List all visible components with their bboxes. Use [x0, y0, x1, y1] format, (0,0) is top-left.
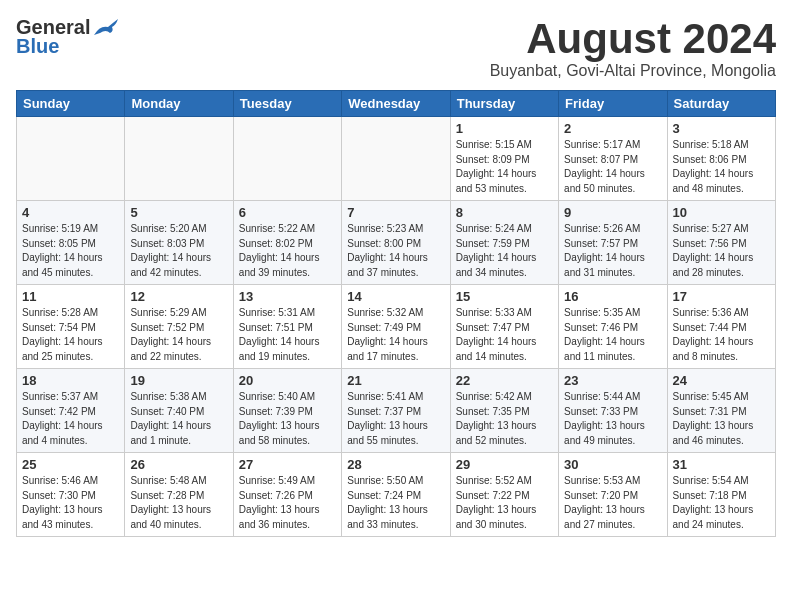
logo: General Blue — [16, 16, 120, 58]
calendar-cell — [233, 117, 341, 201]
calendar-table: SundayMondayTuesdayWednesdayThursdayFrid… — [16, 90, 776, 537]
calendar-cell: 31Sunrise: 5:54 AM Sunset: 7:18 PM Dayli… — [667, 453, 775, 537]
day-number: 19 — [130, 373, 227, 388]
location-title: Buyanbat, Govi-Altai Province, Mongolia — [490, 62, 776, 80]
day-info: Sunrise: 5:31 AM Sunset: 7:51 PM Dayligh… — [239, 306, 336, 364]
calendar-cell — [17, 117, 125, 201]
calendar-cell: 17Sunrise: 5:36 AM Sunset: 7:44 PM Dayli… — [667, 285, 775, 369]
logo-bird-icon — [92, 17, 120, 39]
calendar-cell: 30Sunrise: 5:53 AM Sunset: 7:20 PM Dayli… — [559, 453, 667, 537]
day-number: 7 — [347, 205, 444, 220]
calendar-cell: 9Sunrise: 5:26 AM Sunset: 7:57 PM Daylig… — [559, 201, 667, 285]
calendar-cell: 4Sunrise: 5:19 AM Sunset: 8:05 PM Daylig… — [17, 201, 125, 285]
calendar-cell: 19Sunrise: 5:38 AM Sunset: 7:40 PM Dayli… — [125, 369, 233, 453]
day-info: Sunrise: 5:27 AM Sunset: 7:56 PM Dayligh… — [673, 222, 770, 280]
day-info: Sunrise: 5:35 AM Sunset: 7:46 PM Dayligh… — [564, 306, 661, 364]
calendar-cell: 21Sunrise: 5:41 AM Sunset: 7:37 PM Dayli… — [342, 369, 450, 453]
calendar-cell: 15Sunrise: 5:33 AM Sunset: 7:47 PM Dayli… — [450, 285, 558, 369]
calendar-cell: 25Sunrise: 5:46 AM Sunset: 7:30 PM Dayli… — [17, 453, 125, 537]
calendar-cell — [125, 117, 233, 201]
day-info: Sunrise: 5:26 AM Sunset: 7:57 PM Dayligh… — [564, 222, 661, 280]
day-info: Sunrise: 5:28 AM Sunset: 7:54 PM Dayligh… — [22, 306, 119, 364]
calendar-cell: 5Sunrise: 5:20 AM Sunset: 8:03 PM Daylig… — [125, 201, 233, 285]
column-header-sunday: Sunday — [17, 91, 125, 117]
day-info: Sunrise: 5:32 AM Sunset: 7:49 PM Dayligh… — [347, 306, 444, 364]
calendar-cell: 3Sunrise: 5:18 AM Sunset: 8:06 PM Daylig… — [667, 117, 775, 201]
calendar-cell: 27Sunrise: 5:49 AM Sunset: 7:26 PM Dayli… — [233, 453, 341, 537]
calendar-cell: 20Sunrise: 5:40 AM Sunset: 7:39 PM Dayli… — [233, 369, 341, 453]
day-number: 24 — [673, 373, 770, 388]
day-number: 9 — [564, 205, 661, 220]
title-block: August 2024 Buyanbat, Govi-Altai Provinc… — [490, 16, 776, 80]
day-info: Sunrise: 5:20 AM Sunset: 8:03 PM Dayligh… — [130, 222, 227, 280]
day-number: 10 — [673, 205, 770, 220]
day-info: Sunrise: 5:54 AM Sunset: 7:18 PM Dayligh… — [673, 474, 770, 532]
calendar-cell: 6Sunrise: 5:22 AM Sunset: 8:02 PM Daylig… — [233, 201, 341, 285]
day-info: Sunrise: 5:23 AM Sunset: 8:00 PM Dayligh… — [347, 222, 444, 280]
calendar-week-5: 25Sunrise: 5:46 AM Sunset: 7:30 PM Dayli… — [17, 453, 776, 537]
day-number: 22 — [456, 373, 553, 388]
day-info: Sunrise: 5:40 AM Sunset: 7:39 PM Dayligh… — [239, 390, 336, 448]
calendar-cell: 26Sunrise: 5:48 AM Sunset: 7:28 PM Dayli… — [125, 453, 233, 537]
calendar-week-4: 18Sunrise: 5:37 AM Sunset: 7:42 PM Dayli… — [17, 369, 776, 453]
calendar-cell: 28Sunrise: 5:50 AM Sunset: 7:24 PM Dayli… — [342, 453, 450, 537]
calendar-week-1: 1Sunrise: 5:15 AM Sunset: 8:09 PM Daylig… — [17, 117, 776, 201]
day-info: Sunrise: 5:44 AM Sunset: 7:33 PM Dayligh… — [564, 390, 661, 448]
day-info: Sunrise: 5:50 AM Sunset: 7:24 PM Dayligh… — [347, 474, 444, 532]
calendar-cell: 22Sunrise: 5:42 AM Sunset: 7:35 PM Dayli… — [450, 369, 558, 453]
column-header-tuesday: Tuesday — [233, 91, 341, 117]
day-info: Sunrise: 5:17 AM Sunset: 8:07 PM Dayligh… — [564, 138, 661, 196]
day-number: 15 — [456, 289, 553, 304]
calendar-week-3: 11Sunrise: 5:28 AM Sunset: 7:54 PM Dayli… — [17, 285, 776, 369]
day-number: 8 — [456, 205, 553, 220]
calendar-cell: 14Sunrise: 5:32 AM Sunset: 7:49 PM Dayli… — [342, 285, 450, 369]
day-number: 20 — [239, 373, 336, 388]
day-number: 26 — [130, 457, 227, 472]
day-number: 29 — [456, 457, 553, 472]
day-number: 12 — [130, 289, 227, 304]
day-number: 31 — [673, 457, 770, 472]
calendar-cell: 16Sunrise: 5:35 AM Sunset: 7:46 PM Dayli… — [559, 285, 667, 369]
day-info: Sunrise: 5:41 AM Sunset: 7:37 PM Dayligh… — [347, 390, 444, 448]
day-number: 17 — [673, 289, 770, 304]
calendar-cell: 7Sunrise: 5:23 AM Sunset: 8:00 PM Daylig… — [342, 201, 450, 285]
calendar-cell: 12Sunrise: 5:29 AM Sunset: 7:52 PM Dayli… — [125, 285, 233, 369]
day-number: 3 — [673, 121, 770, 136]
day-number: 18 — [22, 373, 119, 388]
calendar-cell: 24Sunrise: 5:45 AM Sunset: 7:31 PM Dayli… — [667, 369, 775, 453]
day-info: Sunrise: 5:24 AM Sunset: 7:59 PM Dayligh… — [456, 222, 553, 280]
day-info: Sunrise: 5:15 AM Sunset: 8:09 PM Dayligh… — [456, 138, 553, 196]
day-number: 23 — [564, 373, 661, 388]
calendar-cell: 1Sunrise: 5:15 AM Sunset: 8:09 PM Daylig… — [450, 117, 558, 201]
day-info: Sunrise: 5:22 AM Sunset: 8:02 PM Dayligh… — [239, 222, 336, 280]
day-number: 21 — [347, 373, 444, 388]
day-number: 5 — [130, 205, 227, 220]
column-header-saturday: Saturday — [667, 91, 775, 117]
day-number: 13 — [239, 289, 336, 304]
day-info: Sunrise: 5:37 AM Sunset: 7:42 PM Dayligh… — [22, 390, 119, 448]
day-number: 11 — [22, 289, 119, 304]
calendar-cell: 8Sunrise: 5:24 AM Sunset: 7:59 PM Daylig… — [450, 201, 558, 285]
day-info: Sunrise: 5:19 AM Sunset: 8:05 PM Dayligh… — [22, 222, 119, 280]
month-title: August 2024 — [490, 16, 776, 62]
day-number: 2 — [564, 121, 661, 136]
day-info: Sunrise: 5:45 AM Sunset: 7:31 PM Dayligh… — [673, 390, 770, 448]
day-number: 4 — [22, 205, 119, 220]
day-info: Sunrise: 5:38 AM Sunset: 7:40 PM Dayligh… — [130, 390, 227, 448]
calendar-cell: 29Sunrise: 5:52 AM Sunset: 7:22 PM Dayli… — [450, 453, 558, 537]
day-info: Sunrise: 5:46 AM Sunset: 7:30 PM Dayligh… — [22, 474, 119, 532]
day-info: Sunrise: 5:49 AM Sunset: 7:26 PM Dayligh… — [239, 474, 336, 532]
calendar-cell: 10Sunrise: 5:27 AM Sunset: 7:56 PM Dayli… — [667, 201, 775, 285]
day-info: Sunrise: 5:53 AM Sunset: 7:20 PM Dayligh… — [564, 474, 661, 532]
day-number: 28 — [347, 457, 444, 472]
day-info: Sunrise: 5:33 AM Sunset: 7:47 PM Dayligh… — [456, 306, 553, 364]
day-info: Sunrise: 5:52 AM Sunset: 7:22 PM Dayligh… — [456, 474, 553, 532]
column-header-friday: Friday — [559, 91, 667, 117]
calendar-header-row: SundayMondayTuesdayWednesdayThursdayFrid… — [17, 91, 776, 117]
calendar-cell: 23Sunrise: 5:44 AM Sunset: 7:33 PM Dayli… — [559, 369, 667, 453]
calendar-week-2: 4Sunrise: 5:19 AM Sunset: 8:05 PM Daylig… — [17, 201, 776, 285]
column-header-monday: Monday — [125, 91, 233, 117]
day-info: Sunrise: 5:42 AM Sunset: 7:35 PM Dayligh… — [456, 390, 553, 448]
day-number: 25 — [22, 457, 119, 472]
calendar-cell — [342, 117, 450, 201]
